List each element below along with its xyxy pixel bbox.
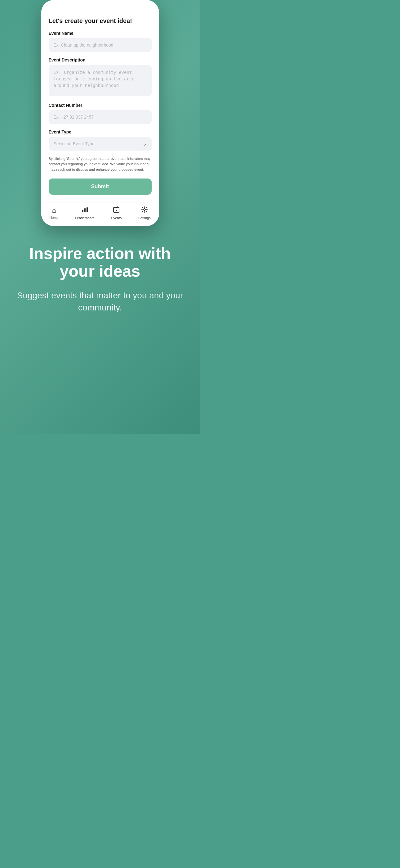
leaderboard-icon [81, 206, 88, 215]
consent-text: By clicking 'Submit,' you agree that our… [49, 156, 152, 172]
nav-settings[interactable]: Settings [138, 206, 151, 220]
event-description-field-group: Event Description [49, 57, 152, 97]
contact-number-input[interactable] [49, 110, 152, 124]
nav-home-label: Home [49, 216, 58, 219]
promo-subtext: Suggest events that matter to you and yo… [12, 289, 188, 314]
svg-point-8 [143, 209, 145, 211]
nav-leaderboard[interactable]: Leaderboard [75, 206, 94, 220]
nav-leaderboard-label: Leaderboard [75, 216, 94, 220]
nav-events[interactable]: Events [111, 206, 122, 220]
promo-headline: Inspire action with your ideas [12, 245, 188, 280]
event-type-select[interactable]: Select an Event Type Community Environme… [49, 137, 152, 151]
svg-point-7 [116, 210, 117, 211]
nav-home[interactable]: ⌂ Home [49, 207, 58, 219]
phone-mockup: Let's create your event idea! Event Name… [41, 0, 159, 226]
home-icon: ⌂ [52, 207, 56, 215]
submit-button[interactable]: Submit [49, 179, 152, 195]
contact-number-field-group: Contact Number [49, 103, 152, 124]
event-name-input[interactable] [49, 38, 152, 52]
svg-rect-1 [84, 208, 86, 212]
phone-notch [81, 0, 119, 9]
event-name-field-group: Event Name [49, 31, 152, 52]
promo-section: Inspire action with your ideas Suggest e… [0, 226, 200, 339]
phone-screen: Let's create your event idea! Event Name… [41, 9, 159, 202]
event-type-field-group: Event Type Select an Event Type Communit… [49, 129, 152, 151]
event-type-label: Event Type [49, 129, 152, 134]
event-type-select-wrapper: Select an Event Type Community Environme… [49, 137, 152, 151]
bottom-navigation: ⌂ Home Leaderboard [41, 202, 159, 226]
form-title: Let's create your event idea! [49, 18, 152, 25]
svg-rect-0 [82, 210, 84, 212]
svg-rect-2 [87, 207, 88, 212]
nav-settings-label: Settings [138, 216, 151, 220]
event-name-label: Event Name [49, 31, 152, 36]
event-description-label: Event Description [49, 57, 152, 62]
nav-events-label: Events [111, 216, 122, 220]
event-description-input[interactable] [49, 65, 152, 96]
contact-number-label: Contact Number [49, 103, 152, 108]
settings-icon [141, 206, 148, 215]
events-icon [113, 206, 120, 215]
